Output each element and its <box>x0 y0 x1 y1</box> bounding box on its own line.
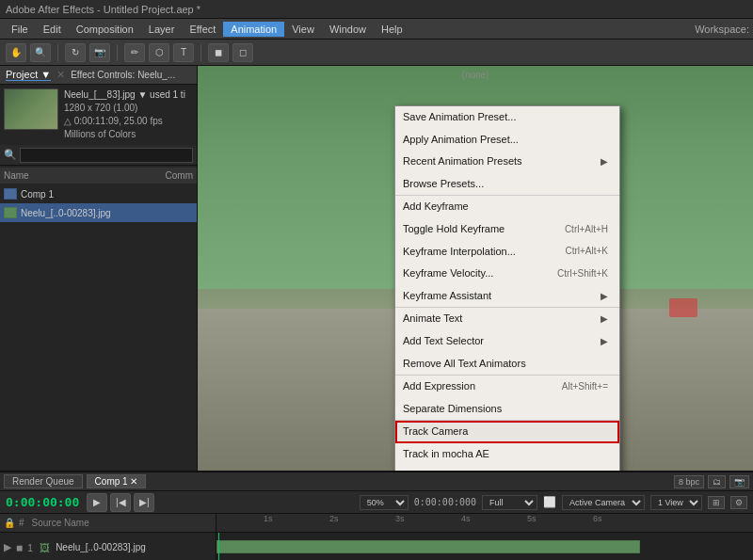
menu-separate-dimensions[interactable]: Separate Dimensions <box>395 398 619 421</box>
track-name: Neelu_[..0-00283].jpg <box>56 542 146 552</box>
arrow-icon-animate-text: ▶ <box>601 312 608 327</box>
menu-save-animation-preset[interactable]: Save Animation Preset... <box>395 106 619 129</box>
track-icon: 🖼 <box>40 542 50 553</box>
tab-render-queue[interactable]: Render Queue <box>4 474 83 488</box>
preview-options[interactable]: ⚙ <box>730 496 747 509</box>
menu-add-keyframe[interactable]: Add Keyframe <box>395 196 619 218</box>
project-duration: △ 0:00:11:09, 25.00 fps <box>64 115 185 128</box>
play-btn[interactable]: ▶ <box>87 493 107 512</box>
menu-window[interactable]: Window <box>322 22 374 37</box>
menu-section-text: Animate Text ▶ Add Text Selector ▶ Remov… <box>395 308 619 376</box>
track-expand-icon[interactable]: ▶ <box>4 541 11 553</box>
bpc-toggle[interactable]: 8 bpc <box>674 475 704 488</box>
menu-toggle-hold-keyframe[interactable]: Toggle Hold Keyframe Ctrl+Alt+H <box>395 218 619 241</box>
menu-warp-stabilizer[interactable]: Warp Stabilizer <box>395 466 619 472</box>
next-frame-btn[interactable]: ▶| <box>134 493 154 512</box>
layer-label-image: Neelu_[..0-00283].jpg <box>21 208 111 218</box>
region-icon: ⬜ <box>543 496 556 508</box>
title-text: Adobe After Effects - Untitled Project.a… <box>6 4 200 15</box>
timeline-header-row: 🔒 # Source Name 1s 2s 3s 4s 5s 6s <box>0 514 753 533</box>
menu-add-expression[interactable]: Add Expression Alt+Shift+= <box>395 376 619 398</box>
track-av-toggle[interactable]: ◼ <box>16 543 23 552</box>
project-filename: Neelu_[__83].jpg ▼ used 1 ti <box>64 88 185 102</box>
menu-label-separate-dimensions: Separate Dimensions <box>403 401 502 418</box>
zoom-select[interactable]: 50% 100% 25% <box>360 495 409 510</box>
menu-keyframe-interpolation[interactable]: Keyframe Interpolation... Ctrl+Alt+K <box>395 241 619 264</box>
menu-label-keyframe-assist: Keyframe Assistant <box>403 288 491 305</box>
tab-project[interactable]: Project ▼ <box>6 69 51 81</box>
layer-item-image[interactable]: Neelu_[..0-00283].jpg <box>0 203 197 222</box>
tool-pen[interactable]: ✏ <box>124 43 145 62</box>
search-box: 🔍 <box>0 145 197 166</box>
layout-options[interactable]: ⊞ <box>708 496 725 509</box>
col-name: Name <box>4 170 166 181</box>
left-panel: Project ▼ ✕ Effect Controls: Neelu_... N… <box>0 66 198 471</box>
time-display: 0:00:00:00 <box>6 495 79 509</box>
tool-mask[interactable]: ⬡ <box>149 43 169 62</box>
toolbar: ✋ 🔍 ↻ 📷 ✏ ⬡ T ◼ ◻ <box>0 40 753 66</box>
snapshot-btn[interactable]: 📷 <box>729 475 749 488</box>
menu-view[interactable]: View <box>284 22 322 37</box>
toolbar-separator-3 <box>200 44 201 61</box>
shortcut-keyframe-interp: Ctrl+Alt+K <box>565 244 608 259</box>
menu-file[interactable]: File <box>4 22 36 37</box>
menu-label-add-expression: Add Expression <box>403 378 475 395</box>
menu-help[interactable]: Help <box>374 22 410 37</box>
arrow-icon-recent-presets: ▶ <box>601 154 608 169</box>
tab-comp1[interactable]: Comp 1 ✕ <box>87 474 147 488</box>
tool-text[interactable]: T <box>173 43 194 62</box>
tab-effect-controls[interactable]: Effect Controls: Neelu_... <box>71 70 175 80</box>
animation-dropdown-menu: Save Animation Preset... Apply Animation… <box>394 105 620 471</box>
col-header-source: Source Name <box>32 518 89 528</box>
menu-remove-all-text-animators[interactable]: Remove All Text Animators <box>395 353 619 376</box>
toolbar-separator-1 <box>57 44 58 61</box>
timeline-controls: 0:00:00:00 ▶ |◀ ▶| 50% 100% 25% 0:00:00:… <box>0 491 753 514</box>
timeline-bar[interactable] <box>216 540 640 553</box>
tool-rotate[interactable]: ↻ <box>65 43 86 62</box>
tool-camera[interactable]: 📷 <box>89 43 110 62</box>
menu-label-save-preset: Save Animation Preset... <box>403 109 516 126</box>
search-input[interactable] <box>20 148 193 163</box>
menu-track-in-mocha[interactable]: Track in mocha AE <box>395 443 619 466</box>
tick-6s: 6s <box>593 514 602 523</box>
track-right-area <box>216 533 753 560</box>
menu-apply-animation-preset[interactable]: Apply Animation Preset... <box>395 129 619 152</box>
bottom-area: Render Queue Comp 1 ✕ 8 bpc 🗂 📷 0:00:00:… <box>0 471 753 560</box>
tool-stroke[interactable]: ◻ <box>232 43 253 62</box>
menu-animation[interactable]: Animation <box>223 22 284 37</box>
menu-keyframe-velocity[interactable]: Keyframe Velocity... Ctrl+Shift+K <box>395 263 619 285</box>
menu-effect[interactable]: Effect <box>182 22 223 37</box>
tool-fill[interactable]: ◼ <box>208 43 229 62</box>
arrow-icon-add-text-selector: ▶ <box>601 334 608 349</box>
menu-animate-text[interactable]: Animate Text ▶ <box>395 308 619 330</box>
menu-label-animate-text: Animate Text <box>403 311 462 328</box>
prev-frame-btn[interactable]: |◀ <box>110 493 131 512</box>
view-count-select[interactable]: 1 View <box>650 495 702 510</box>
time-code-display: 0:00:00:000 <box>414 497 476 507</box>
menu-composition[interactable]: Composition <box>69 22 141 37</box>
panel-header: Project ▼ ✕ Effect Controls: Neelu_... <box>0 66 197 85</box>
project-resolution: 1280 x 720 (1.00) <box>64 102 185 115</box>
menu-recent-animation-presets[interactable]: Recent Animation Presets ▶ <box>395 151 619 173</box>
menu-layer[interactable]: Layer <box>141 22 183 37</box>
layer-list: Name Comm Comp 1 Neelu_[..0-00283].jpg <box>0 166 197 224</box>
playhead[interactable] <box>218 533 219 560</box>
tool-hand[interactable]: ✋ <box>6 43 26 62</box>
camera-select[interactable]: Active Camera <box>562 495 645 510</box>
search-icon: 🔍 <box>4 149 17 161</box>
menu-add-text-selector[interactable]: Add Text Selector ▶ <box>395 330 619 353</box>
layer-item-comp1[interactable]: Comp 1 <box>0 184 197 203</box>
menu-label-track-in-mocha: Track in mocha AE <box>403 446 489 463</box>
menu-browse-presets[interactable]: Browse Presets... <box>395 173 619 196</box>
menu-edit[interactable]: Edit <box>36 22 69 37</box>
menu-bar: File Edit Composition Layer Effect Anima… <box>0 19 753 40</box>
menu-keyframe-assistant[interactable]: Keyframe Assistant ▶ <box>395 285 619 308</box>
tick-5s: 5s <box>527 514 537 523</box>
resolution-select[interactable]: Full Half Quarter <box>482 495 537 510</box>
memory-icon[interactable]: 🗂 <box>708 475 726 488</box>
track-left: ▶ ◼ 1 🖼 Neelu_[..0-00283].jpg <box>0 533 216 560</box>
tool-zoom[interactable]: 🔍 <box>30 43 51 62</box>
menu-track-camera[interactable]: Track Camera <box>395 421 619 443</box>
menu-label-keyframe-vel: Keyframe Velocity... <box>403 265 493 282</box>
menu-section-presets: Save Animation Preset... Apply Animation… <box>395 106 619 196</box>
